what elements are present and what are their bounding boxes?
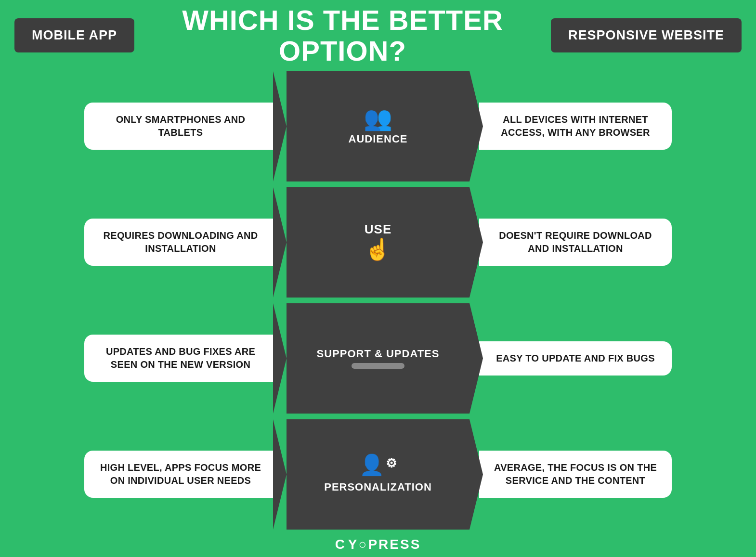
- support-label: SUPPORT & UPDATES: [317, 348, 440, 360]
- personalization-row: HIGH LEVEL, APPS FOCUS MORE ON INDIVIDUA…: [0, 419, 756, 530]
- audience-right: ALL DEVICES WITH INTERNET ACCESS, WITH A…: [469, 71, 756, 181]
- personalization-left: HIGH LEVEL, APPS FOCUS MORE ON INDIVIDUA…: [0, 419, 287, 530]
- audience-right-card: ALL DEVICES WITH INTERNET ACCESS, WITH A…: [479, 103, 672, 150]
- audience-left-card: ONLY SMARTPHONES AND TABLETS: [84, 103, 277, 150]
- audience-left-text: ONLY SMARTPHONES AND TABLETS: [116, 114, 246, 138]
- use-right: DOESN'T REQUIRE DOWNLOAD AND INSTALLATIO…: [469, 187, 756, 298]
- personalization-gear-icon: ⚙: [386, 456, 397, 471]
- main-title-text: WHICH IS THE BETTER OPTION?: [182, 4, 503, 66]
- audience-center: 👥 AUDIENCE: [287, 71, 469, 181]
- responsive-website-label: RESPONSIVE WEBSITE: [568, 28, 724, 42]
- use-icon: ☝: [365, 239, 391, 260]
- audience-left: ONLY SMARTPHONES AND TABLETS: [0, 71, 287, 181]
- audience-right-text: ALL DEVICES WITH INTERNET ACCESS, WITH A…: [501, 114, 650, 138]
- use-left-text: REQUIRES DOWNLOADING AND INSTALLATION: [104, 230, 258, 254]
- personalization-right-card: AVERAGE, THE FOCUS IS ON THE SERVICE AND…: [479, 451, 672, 498]
- footer-logo: CY○PRESS: [335, 537, 421, 552]
- main-title: WHICH IS THE BETTER OPTION?: [134, 5, 551, 66]
- logo-text: CY○PRESS: [335, 537, 421, 552]
- use-center: USE ☝: [287, 187, 469, 298]
- audience-row: ONLY SMARTPHONES AND TABLETS 👥 AUDIENCE …: [0, 71, 756, 181]
- use-right-text: DOESN'T REQUIRE DOWNLOAD AND INSTALLATIO…: [499, 230, 652, 254]
- support-center: SUPPORT & UPDATES: [287, 303, 469, 414]
- support-right: EASY TO UPDATE AND FIX BUGS: [469, 303, 756, 414]
- support-right-text: EASY TO UPDATE AND FIX BUGS: [496, 353, 655, 363]
- use-left-card: REQUIRES DOWNLOADING AND INSTALLATION: [84, 219, 277, 266]
- rows-container: ONLY SMARTPHONES AND TABLETS 👥 AUDIENCE …: [0, 71, 756, 534]
- audience-label: AUDIENCE: [349, 133, 408, 145]
- use-left: REQUIRES DOWNLOADING AND INSTALLATION: [0, 187, 287, 298]
- personalization-label: PERSONALIZATION: [324, 481, 432, 493]
- support-progress-bar: [352, 363, 404, 369]
- personalization-right-text: AVERAGE, THE FOCUS IS ON THE SERVICE AND…: [494, 462, 657, 486]
- top-section: MOBILE APP WHICH IS THE BETTER OPTION? R…: [0, 5, 756, 66]
- use-row: REQUIRES DOWNLOADING AND INSTALLATION US…: [0, 187, 756, 298]
- support-right-card: EASY TO UPDATE AND FIX BUGS: [479, 341, 672, 376]
- personalization-right: AVERAGE, THE FOCUS IS ON THE SERVICE AND…: [469, 419, 756, 530]
- personalization-center: 👤 ⚙ PERSONALIZATION: [287, 419, 469, 530]
- support-row: UPDATES AND BUG FIXES ARE SEEN ON THE NE…: [0, 303, 756, 414]
- personalization-person-icon: 👤: [359, 455, 385, 475]
- full-layout: MOBILE APP WHICH IS THE BETTER OPTION? R…: [0, 0, 756, 557]
- use-label-text: USE: [365, 222, 391, 237]
- support-left-card: UPDATES AND BUG FIXES ARE SEEN ON THE NE…: [84, 335, 277, 382]
- personalization-left-text: HIGH LEVEL, APPS FOCUS MORE ON INDIVIDUA…: [100, 462, 261, 486]
- mobile-app-label: MOBILE APP: [32, 28, 117, 42]
- mobile-app-header: MOBILE APP: [14, 18, 134, 52]
- support-left-text: UPDATES AND BUG FIXES ARE SEEN ON THE NE…: [106, 346, 255, 370]
- use-right-card: DOESN'T REQUIRE DOWNLOAD AND INSTALLATIO…: [479, 219, 672, 266]
- personalization-left-card: HIGH LEVEL, APPS FOCUS MORE ON INDIVIDUA…: [84, 451, 277, 498]
- audience-icon: 👥: [364, 107, 393, 130]
- support-left: UPDATES AND BUG FIXES ARE SEEN ON THE NE…: [0, 303, 287, 414]
- responsive-website-header: RESPONSIVE WEBSITE: [551, 18, 742, 52]
